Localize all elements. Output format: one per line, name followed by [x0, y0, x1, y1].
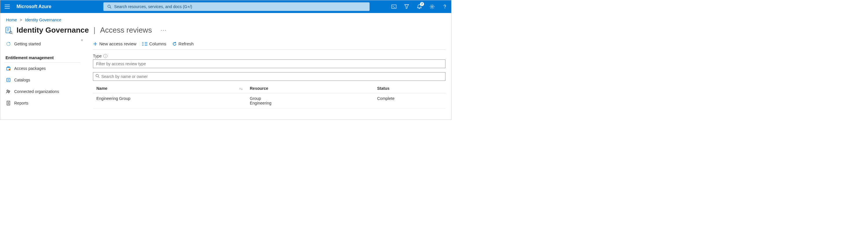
topbar: Microsoft Azure 7: [0, 0, 451, 13]
search-input[interactable]: [99, 74, 443, 79]
new-access-review-button[interactable]: New access review: [93, 41, 136, 46]
sidebar-item-getting-started[interactable]: Getting started: [4, 38, 86, 50]
breadcrumb: Home > Identity Governance: [0, 13, 451, 25]
svg-line-1: [110, 7, 112, 8]
sidebar-item-label: Connected organizations: [14, 89, 59, 94]
package-icon: [5, 66, 11, 71]
results-table: Name ↑↓ Resource Status Engineering Grou…: [93, 84, 445, 109]
global-search-box[interactable]: [103, 2, 370, 11]
settings-icon[interactable]: [426, 0, 438, 13]
cell-resource: Group Engineering: [250, 96, 377, 105]
report-icon: [5, 100, 11, 106]
menu-icon[interactable]: [0, 5, 14, 9]
cloud-shell-icon[interactable]: [388, 0, 400, 13]
page-header: Identity Governance | Access reviews ···: [0, 25, 451, 38]
sidebar-item-label: Reports: [14, 101, 28, 105]
brand-label[interactable]: Microsoft Azure: [14, 4, 63, 9]
people-icon: [5, 89, 11, 94]
identity-governance-icon: [5, 26, 13, 34]
svg-point-24: [96, 74, 98, 77]
plus-icon: [93, 42, 97, 46]
svg-rect-15: [7, 78, 10, 82]
global-search-input[interactable]: [112, 3, 366, 11]
column-header-resource[interactable]: Resource: [250, 86, 377, 91]
notification-badge: 7: [420, 2, 424, 6]
info-icon[interactable]: i: [103, 54, 107, 58]
cell-status: Complete: [377, 96, 442, 105]
catalog-icon: [5, 77, 11, 83]
sidebar: « Getting started Entitlement management…: [0, 38, 86, 109]
search-icon: [106, 5, 112, 9]
svg-point-18: [7, 90, 8, 91]
toolbar: New access review Columns Refresh: [93, 38, 445, 50]
svg-line-25: [98, 77, 99, 78]
sidebar-item-label: Access packages: [14, 66, 46, 71]
sidebar-section-entitlement: Entitlement management: [4, 51, 80, 63]
svg-point-14: [9, 69, 10, 71]
svg-line-10: [11, 33, 12, 34]
search-icon: [95, 74, 99, 79]
sidebar-item-reports[interactable]: Reports: [4, 97, 86, 109]
more-icon[interactable]: ···: [155, 27, 167, 33]
refresh-icon: [172, 42, 177, 46]
collapse-sidebar-icon[interactable]: «: [81, 38, 83, 42]
notifications-icon[interactable]: 7: [413, 0, 426, 13]
svg-rect-2: [392, 5, 396, 9]
svg-point-9: [9, 31, 12, 34]
type-filter-input[interactable]: [93, 60, 445, 68]
column-header-status[interactable]: Status: [377, 86, 442, 91]
sort-icon[interactable]: ↑↓: [239, 86, 243, 91]
type-label: Type i: [93, 54, 445, 58]
chevron-right-icon: >: [18, 17, 24, 22]
svg-point-4: [444, 8, 445, 8]
getting-started-icon: [5, 41, 11, 47]
sidebar-item-access-packages[interactable]: Access packages: [4, 63, 86, 74]
page-title: Identity Governance: [17, 26, 89, 35]
columns-icon: [142, 42, 147, 46]
sidebar-item-connected-orgs[interactable]: Connected organizations: [4, 86, 86, 97]
sidebar-item-label: Catalogs: [14, 78, 30, 82]
refresh-button[interactable]: Refresh: [172, 41, 194, 46]
svg-point-3: [432, 6, 433, 7]
columns-button[interactable]: Columns: [142, 41, 166, 46]
breadcrumb-home[interactable]: Home: [6, 17, 17, 22]
table-row[interactable]: Engineering Group Group Engineering Comp…: [93, 93, 445, 109]
sidebar-item-catalogs[interactable]: Catalogs: [4, 74, 86, 86]
help-icon[interactable]: [438, 0, 451, 13]
directory-filter-icon[interactable]: [400, 0, 413, 13]
page-subtitle: Access reviews: [100, 26, 152, 35]
cell-name: Engineering Group: [96, 96, 250, 105]
search-box[interactable]: [93, 72, 445, 81]
column-header-name[interactable]: Name ↑↓: [96, 86, 250, 91]
svg-point-19: [9, 91, 10, 92]
breadcrumb-current[interactable]: Identity Governance: [25, 17, 61, 22]
sidebar-item-label: Getting started: [14, 42, 41, 46]
svg-point-0: [108, 5, 111, 7]
